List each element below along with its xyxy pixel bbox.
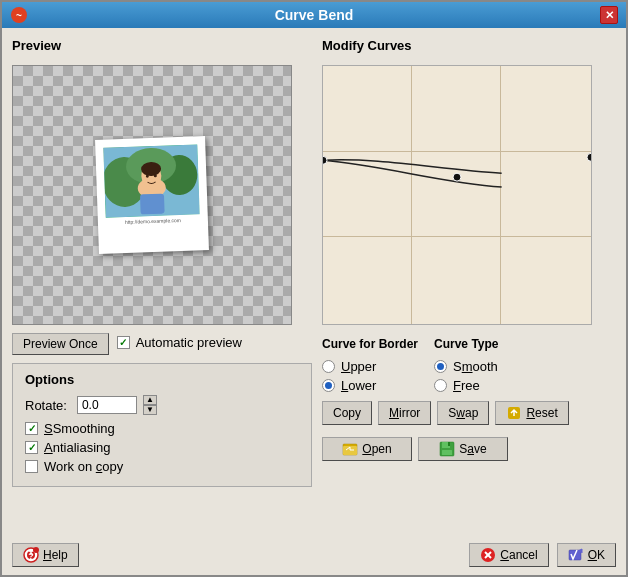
smooth-radio[interactable]: [434, 360, 447, 373]
right-panel: Modify Curves: [322, 38, 616, 529]
rotate-up-button[interactable]: ▲: [143, 395, 157, 405]
antialiasing-row: Antialiasing: [25, 440, 299, 455]
main-content: Preview: [2, 28, 626, 539]
upper-radio[interactable]: [322, 360, 335, 373]
close-button[interactable]: ✕: [600, 6, 618, 24]
curve-type-label: Curve Type: [434, 337, 498, 351]
cancel-icon: [480, 547, 496, 563]
open-button[interactable]: Open: [322, 437, 412, 461]
open-icon: [342, 441, 358, 457]
save-label: Save: [459, 442, 486, 456]
curve-type-col: Curve Type Smooth Free: [434, 337, 498, 393]
free-radio[interactable]: [434, 379, 447, 392]
help-button[interactable]: ? Help: [12, 543, 79, 567]
save-button[interactable]: Save: [418, 437, 508, 461]
main-window: ~ Curve Bend ✕ Preview: [0, 0, 628, 577]
work-on-copy-label: Work on copy: [44, 459, 123, 474]
reset-label: Reset: [526, 406, 557, 420]
photo-image: [103, 144, 199, 217]
cancel-button[interactable]: Cancel: [469, 543, 548, 567]
footer-bar: ? Help Cancel OK: [2, 539, 626, 575]
svg-point-14: [587, 153, 591, 161]
lower-radio-row: Lower: [322, 378, 418, 393]
left-panel: Preview: [12, 38, 312, 529]
preview-canvas: http://demo.example.com: [12, 65, 292, 325]
swap-button[interactable]: Swap: [437, 401, 489, 425]
options-section: Options Rotate: ▲ ▼ SSmoothing Antialias…: [12, 363, 312, 487]
file-buttons: Open Save: [322, 437, 616, 461]
auto-preview-label: Automatic preview: [136, 335, 242, 350]
save-icon: [439, 441, 455, 457]
rotate-label: Rotate:: [25, 398, 67, 413]
svg-rect-21: [448, 442, 450, 446]
open-label: Open: [362, 442, 391, 456]
mirror-button[interactable]: Mirror: [378, 401, 431, 425]
lower-radio[interactable]: [322, 379, 335, 392]
ok-label: OK: [588, 548, 605, 562]
smoothing-row: SSmoothing: [25, 421, 299, 436]
reset-icon: [506, 405, 522, 421]
help-label: Help: [43, 548, 68, 562]
window-title: Curve Bend: [28, 7, 600, 23]
auto-preview-row: Automatic preview: [117, 335, 242, 350]
auto-preview-checkbox[interactable]: [117, 336, 130, 349]
action-buttons: Copy Mirror Swap Reset: [322, 401, 616, 425]
smoothing-checkbox[interactable]: [25, 422, 38, 435]
curve-border-col: Curve for Border Upper Lower: [322, 337, 418, 393]
antialiasing-checkbox[interactable]: [25, 441, 38, 454]
preview-buttons: Preview Once Automatic preview: [12, 333, 312, 355]
curves-canvas[interactable]: [322, 65, 592, 325]
rotate-down-button[interactable]: ▼: [143, 405, 157, 415]
app-icon: ~: [10, 6, 28, 24]
rotate-spinner: ▲ ▼: [143, 395, 157, 415]
svg-point-13: [453, 173, 461, 181]
free-radio-row: Free: [434, 378, 498, 393]
svg-rect-22: [442, 450, 452, 455]
ok-icon: [568, 547, 584, 563]
titlebar: ~ Curve Bend ✕: [2, 2, 626, 28]
antialiasing-label: Antialiasing: [44, 440, 111, 455]
preview-once-button[interactable]: Preview Once: [12, 333, 109, 355]
cancel-label: Cancel: [500, 548, 537, 562]
rotate-row: Rotate: ▲ ▼: [25, 395, 299, 415]
modify-curves-label: Modify Curves: [322, 38, 616, 53]
photo-caption: http://demo.example.com: [106, 216, 200, 225]
lower-label: Lower: [341, 378, 376, 393]
options-title: Options: [25, 372, 299, 387]
curve-for-border-label: Curve for Border: [322, 337, 418, 351]
smoothing-label: SSmoothing: [44, 421, 115, 436]
ok-button[interactable]: OK: [557, 543, 616, 567]
smooth-radio-row: Smooth: [434, 359, 498, 374]
free-label: Free: [453, 378, 480, 393]
copy-button[interactable]: Copy: [322, 401, 372, 425]
help-icon: ?: [23, 547, 39, 563]
svg-point-26: [33, 547, 39, 553]
upper-radio-row: Upper: [322, 359, 418, 374]
svg-rect-18: [345, 444, 350, 446]
smooth-label: Smooth: [453, 359, 498, 374]
curve-settings: Curve for Border Upper Lower Curve Type …: [322, 337, 616, 393]
rotate-input[interactable]: [77, 396, 137, 414]
reset-button[interactable]: Reset: [495, 401, 568, 425]
photo-frame: http://demo.example.com: [95, 136, 209, 254]
preview-label: Preview: [12, 38, 312, 53]
svg-text:~: ~: [16, 10, 22, 21]
svg-point-12: [323, 156, 327, 164]
work-on-copy-checkbox[interactable]: [25, 460, 38, 473]
svg-rect-9: [140, 194, 165, 215]
work-on-copy-row: Work on copy: [25, 459, 299, 474]
upper-label: Upper: [341, 359, 376, 374]
